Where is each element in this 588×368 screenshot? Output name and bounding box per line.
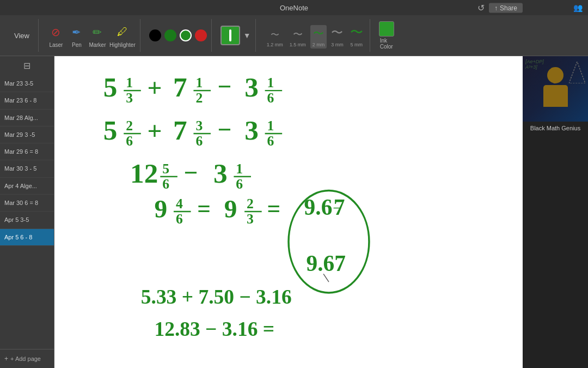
wave-icon-4: 〜 — [331, 25, 343, 41]
svg-marker-56 — [569, 62, 585, 83]
svg-text:2: 2 — [126, 118, 133, 134]
svg-text:1: 1 — [236, 161, 243, 177]
laser-label: Laser — [49, 42, 63, 48]
sidebar-item-apr5-3-5[interactable]: Apr 5 3-5 — [0, 212, 54, 228]
highlighter-tool[interactable]: 🖊 — [114, 23, 131, 41]
window-controls: 👥 — [573, 3, 583, 12]
selected-pen-section: ▼ — [216, 19, 256, 52]
pen-size-5[interactable]: 〜 5 mm — [348, 22, 365, 49]
ink-color-button[interactable]: InkColor — [379, 21, 394, 50]
svg-text:−: − — [218, 73, 232, 100]
marker-tool[interactable]: ✏ — [89, 23, 106, 41]
view-section: View — [5, 19, 39, 52]
svg-text:7: 7 — [173, 114, 187, 146]
share-button[interactable]: ↑ Share — [489, 3, 523, 13]
svg-text:6: 6 — [176, 211, 183, 227]
svg-text:9: 9 — [224, 195, 237, 223]
wave-icon-1: 〜 — [271, 29, 279, 41]
pen-dropdown-icon[interactable]: ▼ — [243, 31, 251, 40]
svg-text:−: − — [184, 159, 198, 186]
color-red[interactable] — [195, 29, 207, 41]
svg-text:=: = — [267, 195, 281, 221]
svg-text:5: 5 — [103, 114, 118, 146]
canvas-area[interactable]: 5 1 3 + 7 1 2 − 3 1 6 5 2 6 + 7 3 — [54, 56, 523, 368]
toolbar: View ⊘ Laser ✒ Pen ✏ Marker 🖊 Highlighte… — [0, 15, 588, 56]
svg-text:9.6: 9.6 — [304, 195, 333, 220]
people-icon: 👥 — [573, 3, 583, 12]
sidebar: ⊟ Mar 23 3-5 Mar 23 6 - 8 Mar 28 Alg... … — [0, 56, 54, 368]
ink-color-swatch — [379, 21, 394, 37]
sidebar-item-mar30-6-8[interactable]: Mar 30 6 = 8 — [0, 195, 54, 212]
svg-text:5: 5 — [103, 71, 118, 102]
main-content: ⊟ Mar 23 3-5 Mar 23 6 - 8 Mar 28 Alg... … — [0, 56, 588, 368]
svg-text:12.83 − 3.16 =: 12.83 − 3.16 = — [154, 318, 274, 340]
refresh-icon: ↺ — [477, 3, 485, 13]
color-green[interactable] — [180, 29, 192, 41]
sort-button[interactable]: ⊟ — [0, 56, 54, 75]
pen-tool[interactable]: ✒ — [68, 23, 85, 41]
svg-text:3: 3 — [126, 90, 133, 106]
sort-icon: ⊟ — [23, 61, 30, 71]
pen-tool-group: ✒ Pen — [68, 23, 85, 48]
sidebar-item-apr4-alg[interactable]: Apr 4 Alge... — [0, 178, 54, 195]
pen-size-2[interactable]: 〜 1.5 mm — [287, 27, 308, 49]
sidebar-item-apr5-6-8[interactable]: Apr 5 6 - 8 — [0, 229, 54, 246]
svg-text:−: − — [218, 116, 232, 143]
svg-text:1: 1 — [267, 118, 274, 134]
pen-label: Pen — [72, 42, 82, 48]
share-area: ↺ ↑ Share — [477, 3, 523, 13]
webcam-area: [Ae+DP]A³+3] — [523, 56, 588, 122]
wave-icon-5: 〜 — [350, 23, 363, 41]
highlighter-label: Highlighter — [109, 42, 136, 48]
view-label: View — [10, 29, 34, 42]
marker-label: Marker — [89, 42, 106, 48]
svg-text:9.67: 9.67 — [307, 251, 346, 276]
svg-text:1: 1 — [195, 75, 203, 91]
add-page-button[interactable]: + + Add page — [0, 349, 54, 368]
person-head — [547, 67, 564, 83]
decorative-shape — [569, 62, 585, 86]
pen-sizes-container: 〜 1.2 mm 〜 1.5 mm 〜 2 mm 〜 3 mm 〜 5 mm — [265, 22, 365, 49]
svg-text:+: + — [148, 117, 162, 145]
pen-size-4[interactable]: 〜 3 mm — [329, 23, 346, 49]
svg-text:+: + — [148, 74, 162, 102]
ink-color-label: InkColor — [380, 38, 393, 50]
laser-tool[interactable]: ⊘ — [47, 23, 65, 41]
sidebar-item-mar29-6-8[interactable]: Mar 29 6 = 8 — [0, 143, 54, 160]
webcam-feed: [Ae+DP]A³+3] — [523, 56, 588, 122]
svg-text:7: 7 — [173, 71, 187, 102]
svg-text:3: 3 — [244, 114, 259, 146]
sidebar-item-mar30-3-5[interactable]: Mar 30 3 - 5 — [0, 160, 54, 177]
svg-text:3: 3 — [244, 71, 259, 102]
drawing-tools-section: ⊘ Laser ✒ Pen ✏ Marker 🖊 Highlighter — [43, 19, 140, 52]
person-silhouette — [539, 67, 572, 111]
color-black[interactable] — [149, 29, 161, 41]
pen-size-1[interactable]: 〜 1.2 mm — [265, 28, 285, 49]
math-canvas: 5 1 3 + 7 1 2 − 3 1 6 5 2 6 + 7 3 — [54, 56, 523, 368]
svg-text:1: 1 — [126, 75, 133, 91]
pen-size-3[interactable]: 〜 2 mm — [310, 25, 327, 49]
sidebar-item-mar23-6-8[interactable]: Mar 23 6 - 8 — [0, 92, 54, 109]
svg-text:5: 5 — [162, 161, 169, 177]
svg-text:12: 12 — [130, 158, 158, 189]
svg-text:1: 1 — [267, 75, 274, 91]
sidebar-item-mar23-3-5[interactable]: Mar 23 3-5 — [0, 75, 54, 92]
marker-tool-group: ✏ Marker — [89, 23, 106, 48]
svg-text:6: 6 — [195, 133, 203, 149]
laser-tool-group: ⊘ Laser — [47, 23, 65, 48]
wave-icon-3: 〜 — [313, 26, 324, 41]
sidebar-item-mar29-3-5[interactable]: Mar 29 3 -5 — [0, 126, 54, 143]
svg-text:7: 7 — [334, 195, 345, 220]
svg-text:3: 3 — [247, 211, 254, 227]
app-title: OneNote — [280, 4, 308, 12]
sidebar-item-mar28-alg[interactable]: Mar 28 Alg... — [0, 110, 54, 126]
svg-text:6: 6 — [267, 90, 274, 106]
svg-text:6: 6 — [162, 176, 169, 192]
plus-icon: + — [4, 355, 8, 363]
person-body — [543, 85, 568, 107]
channel-name: Black Math Genius — [523, 122, 588, 135]
wave-icon-2: 〜 — [293, 28, 303, 41]
share-icon: ↑ — [494, 4, 498, 11]
color-darkgreen[interactable] — [164, 29, 176, 41]
svg-text:4: 4 — [176, 196, 183, 212]
